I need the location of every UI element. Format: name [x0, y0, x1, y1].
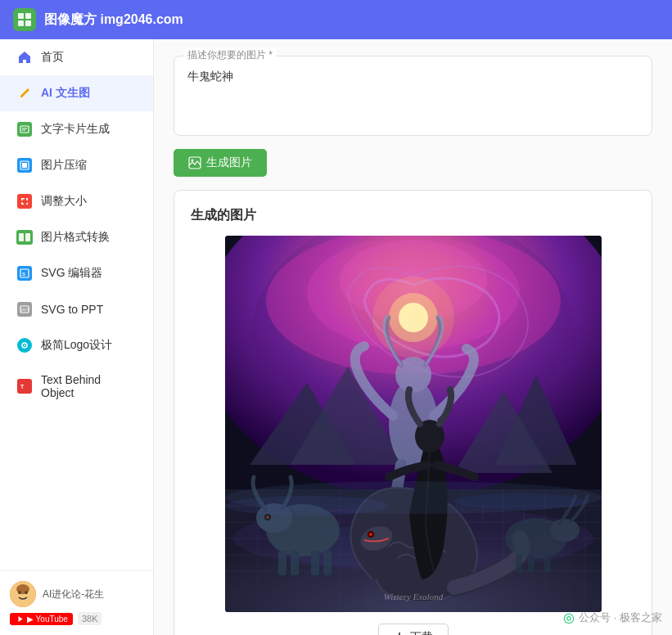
svg-rect-10: [25, 233, 30, 241]
sidebar-label-resize: 调整大小: [41, 194, 87, 209]
header-logo: 图像魔方 img2046.com: [13, 8, 183, 31]
sidebar-item-ai-text-image[interactable]: AI 文生图: [0, 75, 153, 111]
svg-text:T: T: [20, 384, 25, 390]
sidebar-label-home: 首页: [41, 50, 64, 65]
svg-point-83: [225, 496, 389, 516]
avatar-image: [10, 581, 36, 607]
header-title: 图像魔方 img2046.com: [44, 11, 183, 29]
sidebar-item-home[interactable]: 首页: [0, 39, 153, 75]
sidebar-item-svg-editor[interactable]: S SVG 编辑器: [0, 255, 153, 291]
channel-name: AI进化论-花生: [43, 588, 104, 601]
wechat-icon: ◎: [563, 610, 575, 625]
download-button[interactable]: 下载: [378, 624, 449, 635]
header: 图像魔方 img2046.com: [0, 0, 672, 39]
svg-rect-70: [278, 551, 286, 575]
compress-icon: [16, 157, 33, 173]
description-textarea[interactable]: 牛鬼蛇神: [187, 70, 638, 119]
svg-point-16: [24, 345, 25, 346]
youtube-badge[interactable]: ▶ YouTube: [10, 613, 73, 625]
home-icon: [16, 49, 33, 65]
sidebar-label-format: 图片格式转换: [41, 230, 110, 245]
sidebar-item-card-gen[interactable]: 文字卡片生成: [0, 111, 153, 147]
download-icon: [394, 632, 405, 635]
sidebar-item-compress[interactable]: 图片压缩: [0, 147, 153, 183]
generate-button[interactable]: 生成图片: [174, 149, 267, 177]
generated-image: Wiztery Exalond: [225, 236, 602, 612]
svg-rect-72: [311, 551, 319, 575]
svg-point-84: [454, 493, 585, 510]
format-icon: [16, 229, 33, 245]
youtube-label: ▶ YouTube: [27, 615, 68, 624]
input-label: 描述你想要的图片 *: [184, 48, 276, 62]
channel-section: AI进化论-花生 ▶ YouTube 38K: [0, 570, 153, 635]
svg-rect-80: [544, 555, 551, 573]
subscriber-count: 38K: [78, 612, 102, 625]
svg-ppt-icon: PPT: [16, 301, 33, 318]
input-section: 描述你想要的图片 * 牛鬼蛇神: [174, 56, 652, 136]
svg-point-24: [192, 160, 194, 162]
generate-icon: [188, 156, 201, 169]
sidebar-item-format[interactable]: 图片格式转换: [0, 219, 153, 255]
svg-rect-78: [516, 555, 522, 573]
wechat-watermark: ◎ 公众号 · 极客之家: [563, 610, 662, 625]
sidebar-label-ai: AI 文生图: [41, 86, 90, 101]
sidebar-label-logo: 极简Logo设计: [41, 338, 112, 353]
svg-rect-1: [25, 13, 31, 19]
svg-text:Wiztery Exalond: Wiztery Exalond: [383, 592, 443, 601]
svg-rect-3: [25, 20, 31, 26]
svg-rect-9: [19, 233, 24, 241]
download-button-label: 下载: [410, 630, 433, 635]
generate-button-label: 生成图片: [206, 155, 252, 170]
svg-rect-8: [22, 163, 27, 168]
svg-point-75: [266, 516, 269, 519]
svg-rect-71: [291, 551, 299, 575]
sidebar: 首页 AI 文生图 文字卡片生成: [0, 39, 154, 635]
channel-avatar: [10, 581, 36, 607]
svg-text:S: S: [22, 272, 25, 277]
svg-marker-22: [19, 616, 23, 622]
svg-point-21: [16, 584, 29, 594]
logo-icon: [13, 8, 36, 31]
svg-point-77: [550, 519, 580, 542]
svg-text:PPT: PPT: [21, 308, 29, 313]
main-content: 描述你想要的图片 * 牛鬼蛇神 生成图片 生成的图片: [154, 39, 672, 635]
logo-design-icon: [16, 337, 33, 354]
sidebar-label-compress: 图片压缩: [41, 158, 87, 173]
card-icon: [16, 121, 33, 137]
sidebar-item-logo[interactable]: 极简Logo设计: [0, 327, 153, 363]
channel-badges: ▶ YouTube 38K: [10, 612, 143, 625]
layout: 首页 AI 文生图 文字卡片生成: [0, 39, 672, 635]
pencil-icon: [16, 85, 33, 101]
wechat-watermark-text: 公众号 · 极客之家: [579, 610, 662, 625]
sidebar-label-svg-editor: SVG 编辑器: [41, 266, 102, 281]
svg-point-67: [369, 533, 372, 536]
image-container: Wiztery Exalond Wiztery Exalond: [225, 236, 602, 612]
svg-rect-73: [323, 551, 331, 575]
section-title: 生成的图片: [191, 207, 635, 224]
sidebar-item-resize[interactable]: 调整大小: [0, 183, 153, 219]
svg-rect-2: [18, 20, 24, 26]
svg-rect-4: [20, 126, 29, 133]
generated-section: 生成的图片: [174, 190, 652, 635]
svg-rect-79: [528, 555, 534, 573]
sidebar-item-text-behind[interactable]: T Text Behind Object: [0, 363, 153, 409]
svg-editor-icon: S: [16, 265, 33, 281]
sidebar-label-card: 文字卡片生成: [41, 122, 110, 137]
resize-icon: [16, 193, 33, 209]
svg-rect-0: [18, 13, 24, 19]
text-behind-icon: T: [16, 378, 33, 394]
sidebar-label-text-behind: Text Behind Object: [41, 373, 137, 399]
sidebar-label-svg-ppt: SVG to PPT: [41, 303, 103, 316]
sidebar-item-svg-ppt[interactable]: PPT SVG to PPT: [0, 291, 153, 327]
channel-top: AI进化论-花生: [10, 581, 143, 607]
